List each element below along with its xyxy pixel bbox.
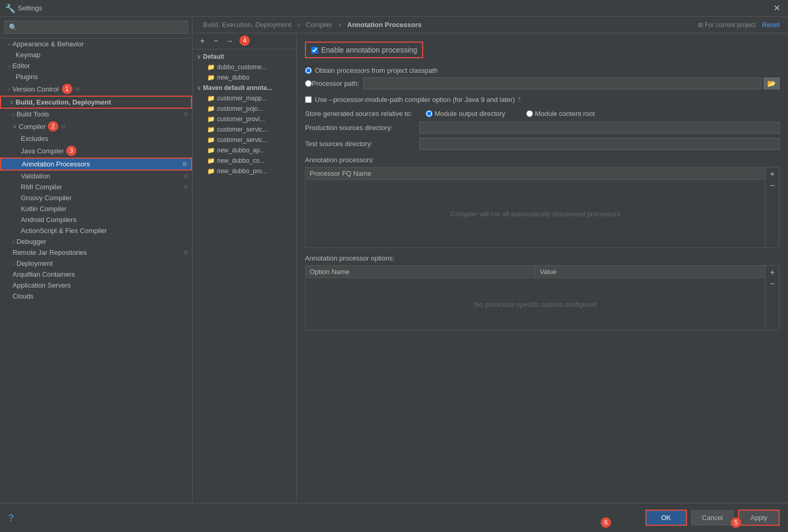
arrow-icon: ∨ — [12, 123, 17, 130]
mid-section-label: Maven default annota... — [203, 84, 272, 92]
settings-window: 🔧 Settings ✕ › Appearance & Behavior Key… — [0, 0, 788, 532]
bottom-bar: ? OK Cancel Apply 6 5 — [0, 503, 788, 532]
obtain-radio-label[interactable]: Obtain processors from project classpath — [315, 67, 438, 74]
processor-path-input[interactable] — [363, 77, 761, 89]
main-content: › Appearance & Behavior Keymap › Editor … — [0, 17, 788, 503]
module-content-option[interactable]: Module content root — [526, 110, 595, 118]
sidebar-item-label: Plugins — [8, 73, 38, 81]
title-controls: ✕ — [770, 2, 783, 15]
mid-section-label: Default — [203, 53, 224, 60]
mid-item-customer-pojo[interactable]: 📁 customer_pojo... — [193, 103, 296, 114]
use-module-path-label[interactable]: Use --processor-module-path compiler opt… — [315, 96, 515, 103]
module-output-option[interactable]: Module output directory — [426, 110, 505, 118]
test-sources-label: Test sources directory: — [305, 140, 420, 148]
sidebar-item-build-tools[interactable]: › Build Tools ⧉ — [0, 109, 192, 120]
remove-processor-button[interactable]: − — [767, 180, 778, 191]
sidebar-item-version-control[interactable]: › Version Control 1 ⧉ — [0, 82, 192, 96]
navigate-button[interactable]: → — [224, 35, 235, 47]
obtain-radio[interactable] — [305, 67, 312, 74]
copy-icon: ⧉ — [184, 111, 188, 118]
sidebar-item-annotation-processors[interactable]: Annotation Processors ⧉ — [0, 158, 192, 171]
mid-item-dubbo-customer[interactable]: 📁 dubbo_custome... — [193, 62, 296, 72]
mid-item-customer-mapp[interactable]: 📁 customer_mapp... — [193, 93, 296, 103]
mid-item-new-dubbo-ap[interactable]: 📁 new_dubbo_ap... — [193, 145, 296, 155]
prod-sources-input[interactable]: generated — [420, 122, 780, 134]
sidebar-item-validation[interactable]: Validation ⧉ — [0, 171, 192, 181]
close-button[interactable]: ✕ — [770, 2, 783, 15]
sidebar-item-excludes[interactable]: Excludes — [0, 133, 192, 144]
folder-icon: 📁 — [207, 95, 215, 102]
mid-item-new-dubbo[interactable]: 📁 new_dubbo — [193, 72, 296, 83]
arrow-icon: › — [12, 239, 15, 245]
mid-item-new-dubbo-pro[interactable]: 📁 new_dubbo_pro... — [193, 166, 296, 176]
arrow-icon: › — [12, 111, 15, 118]
sidebar-item-clouds[interactable]: Clouds — [0, 291, 192, 302]
window-title: Settings — [18, 4, 42, 12]
module-output-radio[interactable] — [426, 110, 433, 117]
sidebar-item-android-compilers[interactable]: Android Compilers — [0, 214, 192, 225]
sidebar-item-editor[interactable]: › Editor — [0, 60, 192, 71]
apply-button[interactable]: Apply — [738, 510, 780, 526]
mid-item-new-dubbo-co[interactable]: 📁 new_dubbo_co... — [193, 155, 296, 166]
sidebar-item-label: Build, Execution, Deployment — [16, 98, 111, 106]
cancel-button[interactable]: Cancel — [691, 510, 734, 525]
folder-icon: 📁 — [207, 136, 215, 144]
mid-item-label: customer_mapp... — [217, 95, 267, 102]
arrow-icon: › — [8, 41, 10, 47]
enable-annotation-label[interactable]: Enable annotation processing — [321, 46, 417, 54]
sidebar-item-kotlin-compiler[interactable]: Kotlin Compiler — [0, 203, 192, 214]
folder-icon: 📁 — [207, 167, 215, 175]
enable-annotation-container: Enable annotation processing — [305, 42, 423, 58]
sidebar-item-plugins[interactable]: Plugins — [0, 71, 192, 82]
reset-button[interactable]: Reset — [762, 21, 780, 29]
processor-path-browse-button[interactable]: 📂 — [764, 77, 780, 89]
sidebar-item-debugger[interactable]: › Debugger — [0, 236, 192, 247]
search-input[interactable] — [4, 21, 188, 34]
processor-path-label[interactable]: Processor path: — [312, 80, 359, 87]
badge-2: 2 — [48, 121, 58, 132]
help-icon[interactable]: ? — [517, 96, 520, 103]
mid-section-default[interactable]: ∨ Default — [193, 51, 296, 62]
copy-icon: ⧉ — [61, 123, 66, 130]
mid-section-maven[interactable]: ∨ Maven default annota... — [193, 83, 296, 93]
sidebar-item-remote-jar[interactable]: Remote Jar Repositories ⧉ — [0, 247, 192, 258]
sidebar-item-actionscript[interactable]: ActionScript & Flex Compiler — [0, 225, 192, 236]
ann-table-sidebar: + − — [766, 167, 780, 248]
sidebar-item-compiler[interactable]: ∨ Compiler 2 ⧉ — [0, 120, 192, 133]
add-profile-button[interactable]: + — [197, 35, 208, 47]
breadcrumb: Build, Execution, Deployment › Compiler … — [201, 21, 424, 29]
remove-profile-button[interactable]: − — [210, 35, 222, 47]
annotation-options-table-wrapper: Option Name Value No processor-specific … — [305, 265, 780, 331]
module-content-radio[interactable] — [526, 110, 533, 117]
sidebar-item-deployment[interactable]: › Deployment — [0, 258, 192, 269]
ok-button[interactable]: OK — [645, 510, 687, 526]
arrow-icon: ∨ — [9, 99, 14, 106]
mid-item-customer-servic2[interactable]: 📁 customer_servic... — [193, 135, 296, 145]
sidebar-item-build-execution[interactable]: ∨ Build, Execution, Deployment — [0, 96, 192, 109]
remove-option-button[interactable]: − — [767, 278, 778, 290]
sidebar-item-appearance[interactable]: › Appearance & Behavior — [0, 38, 192, 49]
sidebar-item-app-servers[interactable]: Application Servers — [0, 280, 192, 291]
test-sources-input[interactable]: generated_tests — [420, 138, 780, 150]
breadcrumb-sep1: › — [297, 21, 299, 29]
sidebar-item-groovy-compiler[interactable]: Groovy Compiler — [0, 192, 192, 203]
processor-path-radio[interactable] — [305, 80, 312, 87]
breadcrumb-actions: ⊞ For current project Reset — [698, 21, 780, 29]
sidebar-item-java-compiler[interactable]: Java Compiler 3 — [0, 144, 192, 158]
add-option-button[interactable]: + — [767, 267, 778, 278]
breadcrumb-part1: Build, Execution, Deployment — [203, 21, 291, 29]
sidebar-item-label: Groovy Compiler — [21, 194, 72, 202]
value-column-header: Value — [535, 266, 765, 278]
enable-annotation-checkbox[interactable] — [311, 47, 318, 54]
sidebar-item-arquillian[interactable]: Arquillian Containers — [0, 269, 192, 280]
add-processor-button[interactable]: + — [767, 168, 778, 180]
help-button[interactable]: ? — [8, 513, 14, 524]
sidebar-item-rmi-compiler[interactable]: RMI Compiler ⧉ — [0, 181, 192, 192]
sidebar-item-label: RMI Compiler — [21, 183, 62, 191]
use-module-path-checkbox[interactable] — [305, 96, 312, 103]
arrow-icon: ∨ — [197, 54, 201, 60]
mid-item-customer-servic1[interactable]: 📁 customer_servic... — [193, 124, 296, 135]
mid-item-customer-provi[interactable]: 📁 customer_provi... — [193, 114, 296, 124]
sidebar-item-keymap[interactable]: Keymap — [0, 49, 192, 60]
annotation-processors-empty: Compiler will run all automatically disc… — [306, 180, 765, 248]
